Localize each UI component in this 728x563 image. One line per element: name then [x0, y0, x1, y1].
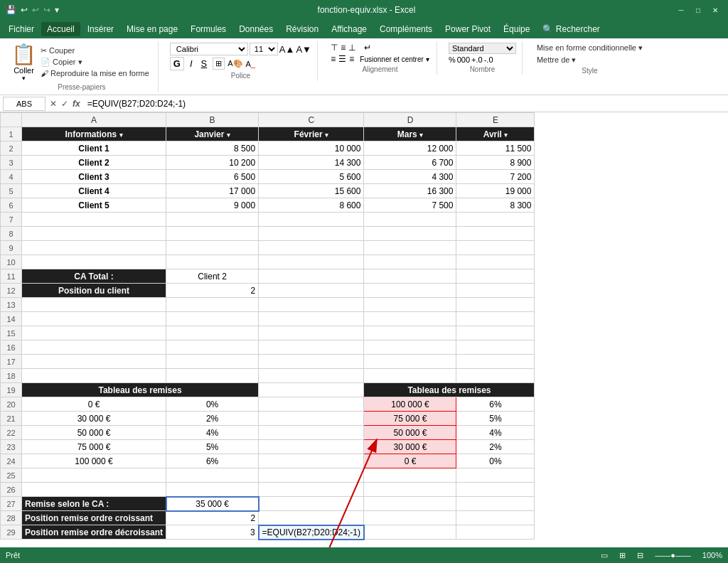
undo-icon[interactable]: ↩	[21, 5, 28, 15]
cell-D8[interactable]	[364, 227, 456, 241]
italic-button[interactable]: I	[187, 58, 196, 70]
merge-center-button[interactable]: Fusionner et centrer ▾	[360, 55, 429, 63]
menu-complements[interactable]: Compléments	[374, 22, 438, 36]
cell-C26[interactable]	[259, 483, 364, 497]
cell-C19[interactable]	[259, 383, 364, 397]
dec-dec-button[interactable]: -.0	[484, 55, 493, 64]
cell-B3[interactable]: 10 200	[166, 156, 259, 170]
cell-A28[interactable]: Position remise ordre croissant	[22, 511, 166, 525]
cell-A3[interactable]: Client 2	[22, 156, 166, 170]
cell-B8[interactable]	[166, 227, 259, 241]
cell-B2[interactable]: 8 500	[166, 141, 259, 156]
cell-D19[interactable]: Tableau des remises	[364, 383, 535, 397]
cell-C3[interactable]: 14 300	[259, 156, 364, 170]
cell-B7[interactable]	[166, 213, 259, 227]
cell-C15[interactable]	[259, 326, 364, 341]
cell-B26[interactable]	[166, 483, 259, 497]
cell-C27[interactable]	[259, 497, 364, 511]
maximize-button[interactable]: □	[691, 4, 705, 16]
menu-revision[interactable]: Révision	[280, 22, 324, 36]
underline-button[interactable]: S	[198, 58, 210, 70]
cell-C23[interactable]	[259, 440, 364, 454]
cell-C24[interactable]	[259, 454, 364, 468]
align-center-button[interactable]: ☰	[338, 54, 346, 64]
cell-D20[interactable]: 100 000 €	[364, 397, 456, 412]
cell-A29[interactable]: Position remise ordre décroissant	[22, 525, 166, 540]
bold-button[interactable]: G	[170, 57, 184, 70]
cell-B24[interactable]: 6%	[166, 454, 259, 468]
align-top-button[interactable]: ⊤	[331, 43, 338, 53]
cell-E18[interactable]	[456, 369, 535, 383]
cell-E29[interactable]	[456, 525, 535, 540]
cell-D11[interactable]	[364, 269, 456, 284]
font-size-selector[interactable]: 11	[250, 43, 278, 55]
cell-B14[interactable]	[166, 312, 259, 326]
redo-icon[interactable]: ↪	[43, 5, 50, 15]
cell-E24[interactable]: 0%	[456, 454, 535, 468]
cell-C28[interactable]	[259, 511, 364, 525]
cell-D13[interactable]	[364, 298, 456, 312]
cell-E21[interactable]: 5%	[456, 412, 535, 426]
font-grow-icon[interactable]: A▲	[279, 44, 295, 55]
cell-B28[interactable]: 2	[166, 511, 259, 525]
cell-C8[interactable]	[259, 227, 364, 241]
cell-C17[interactable]	[259, 355, 364, 369]
menu-formules[interactable]: Formules	[185, 22, 232, 36]
cell-E12[interactable]	[456, 284, 535, 298]
align-left-button[interactable]: ≡	[331, 54, 336, 64]
cell-A24[interactable]: 100 000 €	[22, 454, 166, 468]
undo2-icon[interactable]: ↩	[32, 5, 39, 15]
cell-B9[interactable]	[166, 241, 259, 255]
cell-D12[interactable]	[364, 284, 456, 298]
cell-A19[interactable]: Tableau des remises	[22, 383, 259, 397]
cell-A5[interactable]: Client 4	[22, 184, 166, 198]
cell-D28[interactable]	[364, 511, 456, 525]
cell-A21[interactable]: 30 000 €	[22, 412, 166, 426]
wrap-text-button[interactable]: ↵	[364, 43, 371, 53]
cell-C9[interactable]	[259, 241, 364, 255]
menu-equipe[interactable]: Équipe	[498, 22, 535, 36]
cell-E22[interactable]: 4%	[456, 426, 535, 440]
cell-A23[interactable]: 75 000 €	[22, 440, 166, 454]
cell-E11[interactable]	[456, 269, 535, 284]
cell-E26[interactable]	[456, 483, 535, 497]
cell-A16[interactable]	[22, 341, 166, 355]
cell-C6[interactable]: 8 600	[259, 198, 364, 213]
cell-C22[interactable]	[259, 426, 364, 440]
cell-E14[interactable]	[456, 312, 535, 326]
percent-button[interactable]: %	[449, 55, 456, 64]
cell-B6[interactable]: 9 000	[166, 198, 259, 213]
reproduire-button[interactable]: 🖌 Reproduire la mise en forme	[38, 68, 152, 78]
cell-E13[interactable]	[456, 298, 535, 312]
cell-C16[interactable]	[259, 341, 364, 355]
cell-C7[interactable]	[259, 213, 364, 227]
cell-A13[interactable]	[22, 298, 166, 312]
cell-D25[interactable]	[364, 468, 456, 483]
cell-B1[interactable]: Janvier ▾	[166, 127, 259, 141]
cell-E6[interactable]: 8 300	[456, 198, 535, 213]
cell-B29[interactable]: 3	[166, 525, 259, 540]
align-right-button[interactable]: ≡	[349, 54, 354, 64]
cell-A14[interactable]	[22, 312, 166, 326]
cell-D15[interactable]	[364, 326, 456, 341]
col-header-B[interactable]: B	[166, 113, 259, 127]
cell-D10[interactable]	[364, 255, 456, 269]
cell-D9[interactable]	[364, 241, 456, 255]
cell-E17[interactable]	[456, 355, 535, 369]
font-color-button[interactable]: A_	[246, 60, 255, 68]
cell-E20[interactable]: 6%	[456, 397, 535, 412]
zoom-slider[interactable]: ——●——	[655, 551, 691, 559]
cell-B16[interactable]	[166, 341, 259, 355]
cell-D3[interactable]: 6 700	[364, 156, 456, 170]
cell-A1[interactable]: Informations ▾	[22, 127, 166, 141]
cell-E15[interactable]	[456, 326, 535, 341]
dec-inc-button[interactable]: +.0	[471, 55, 483, 64]
formula-input[interactable]: =EQUIV(B27;D20:D24;-1)	[85, 99, 725, 109]
cell-C11[interactable]	[259, 269, 364, 284]
cell-B15[interactable]	[166, 326, 259, 341]
cell-B18[interactable]	[166, 369, 259, 383]
cell-B12[interactable]: 2	[166, 284, 259, 298]
col-header-E[interactable]: E	[456, 113, 535, 127]
col-header-A[interactable]: A	[22, 113, 166, 127]
font-shrink-icon[interactable]: A▼	[296, 44, 311, 55]
